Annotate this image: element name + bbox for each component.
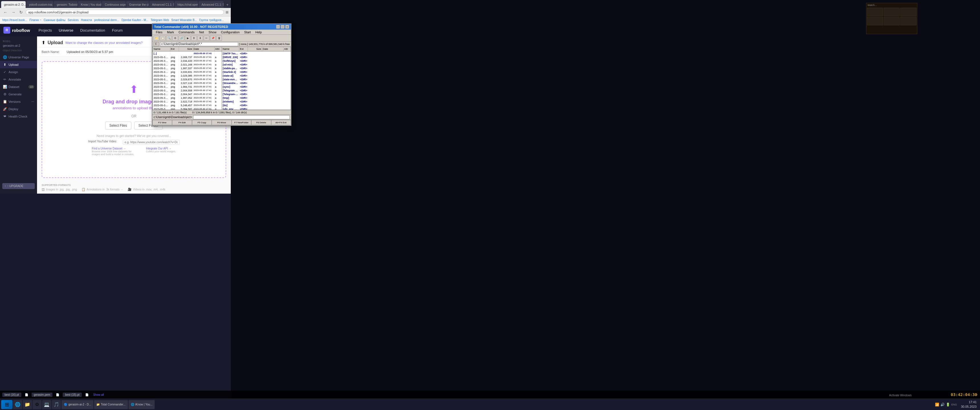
tc-left-drive[interactable]: C:	[154, 42, 159, 46]
forward-button[interactable]: →	[10, 10, 16, 15]
watch-thumb-3[interactable]	[867, 17, 883, 25]
nav-docs[interactable]: Documentation	[78, 27, 108, 33]
tc-left-col-name[interactable]: Name	[153, 47, 170, 51]
tc-right-col-ext[interactable]: Ext	[239, 47, 248, 51]
tc-right-col-attr[interactable]: Attr	[283, 47, 291, 51]
tc-menu-help[interactable]: Help	[253, 30, 264, 34]
refresh-button[interactable]: ↻	[18, 10, 24, 15]
tc-right-dir-row-3[interactable]: [sd-mix]<DIR>	[222, 63, 291, 66]
bookmark-6[interactable]: Djembe Kaufen - M...	[122, 19, 148, 22]
tc-tool-1[interactable]: 📋	[160, 36, 165, 41]
taskbar-tc-btn[interactable]: 📁 Total Commander...	[94, 400, 128, 409]
tc-menu-files[interactable]: Files	[154, 30, 165, 34]
tc-menu-net[interactable]: Net	[197, 30, 206, 34]
nav-projects[interactable]: Projects	[36, 27, 55, 33]
tc-minimize-button[interactable]: ─	[276, 25, 280, 29]
tc-tool-2[interactable]: 🔍	[166, 36, 172, 41]
tc-left-file-row-4[interactable]: 2023-05-30_17_41_56png1,997,3372023-05-3…	[153, 66, 222, 70]
youtube-input[interactable]	[123, 140, 180, 145]
sidebar-item-universe-page[interactable]: 🌐 Universe Page	[0, 54, 37, 61]
tc-left-file-row-15[interactable]: 2023-05-30_17_41_03png5,084,5872023-05-3…	[153, 107, 222, 110]
tc-right-dir-row-10[interactable]: [Telegram Desktop]<DIR>	[222, 89, 291, 92]
tc-close-button[interactable]: ×	[285, 25, 289, 29]
tc-left-file-row-0[interactable]: [..]2023-05-30 17:41	[153, 51, 222, 55]
watch-thumb-1[interactable]	[884, 8, 900, 16]
tc-fn5[interactable]: F5 Copy	[192, 120, 212, 125]
bookmark-5[interactable]: professional derm...	[94, 19, 119, 22]
tc-left-file-row-10[interactable]: 2023-05-30_17_41_10png2,004,5582023-05-3…	[153, 89, 222, 92]
tc-right-dir-row-5[interactable]: [Starlink 2]<DIR>	[222, 70, 291, 74]
watch-thumb-2[interactable]	[900, 8, 916, 16]
tray-network-icon[interactable]: 📶	[935, 403, 939, 407]
start-button[interactable]: ⊞	[1, 400, 13, 409]
notif-2[interactable]: best (15).pt	[63, 393, 82, 397]
tc-right-dir-row-11[interactable]: [Telegram-Pro.1.75]<DIR>	[222, 92, 291, 96]
tab-0[interactable]: gerasim-ai-2: D... ×	[1, 1, 25, 8]
tc-menu-show[interactable]: Show	[206, 30, 219, 34]
tc-cmd-input[interactable]	[193, 115, 290, 119]
tab-2[interactable]: gerasim: Todoist ×	[54, 1, 78, 8]
tc-left-file-row-6[interactable]: 2023-05-30_17_41_34png2,029,3852023-05-3…	[153, 74, 222, 78]
tray-volume-icon[interactable]: 🔊	[940, 403, 945, 407]
tc-right-col-size[interactable]: Size	[248, 47, 262, 51]
tc-right-col-name[interactable]: Name	[222, 47, 240, 51]
notif-0[interactable]: best (16).pt	[2, 393, 21, 397]
integrate-api-link[interactable]: Integrate Our API →	[146, 147, 172, 150]
tc-left-col-attr[interactable]: Attri	[215, 47, 222, 51]
universe-dataset-link[interactable]: Find a Universe Dataset →	[92, 147, 126, 150]
tc-right-dir-row-8[interactable]: [StreamDeck_v1.17.0]<DIR>	[222, 81, 291, 85]
tc-left-file-row-5[interactable]: 2023-05-30_17_41_15png2,033,9312023-05-3…	[153, 70, 222, 74]
tc-right-dir-row-13[interactable]: [trinkets]<DIR>	[222, 100, 291, 103]
tc-left-col-date[interactable]: Date	[193, 47, 215, 51]
tc-left-col-size[interactable]: Size	[179, 47, 193, 51]
tc-fn7[interactable]: F7 NewFolder	[232, 120, 251, 125]
extensions-icon[interactable]: ⊞	[226, 10, 229, 14]
tc-left-file-row-11[interactable]: 2023-05-30_17_41_08png2,004,3472023-05-3…	[153, 92, 222, 96]
tc-right-dir-row-9[interactable]: [sync]<DIR>	[222, 85, 291, 89]
tc-left-file-row-1[interactable]: 2023-05-30_17_41_19png2,008,7372023-05-3…	[153, 55, 222, 59]
tab-6[interactable]: Advanced C1.1: S...	[149, 1, 174, 8]
tc-tool-10[interactable]: 🗑	[216, 36, 222, 41]
tc-right-dir-row-1[interactable]: [DRIVE_235]<DIR>	[222, 55, 291, 59]
tc-right-dir-row-7[interactable]: [state-evn-all]<DIR>	[222, 78, 291, 81]
tc-menu-commands[interactable]: Commands	[177, 30, 197, 34]
rf-logo[interactable]: R roboflow	[3, 27, 30, 33]
bookmark-2[interactable]: Сканные файлы	[44, 19, 65, 22]
tc-left-file-row-13[interactable]: 2023-05-30_17_41_05png2,522,7182023-05-3…	[153, 100, 222, 103]
tc-left-path[interactable]: c:\Users\gmb\Downloads\pict\*.*	[160, 42, 238, 46]
taskbar-icon-2[interactable]: ⚙	[32, 400, 41, 409]
tab-4[interactable]: Continuous aspe...	[102, 1, 126, 8]
taskbar-icon-4[interactable]: 🎵	[52, 400, 61, 409]
tc-tool-3[interactable]: ⚙	[172, 36, 178, 41]
tab-5[interactable]: Grammar the ci...	[126, 1, 149, 8]
tc-fn6[interactable]: F6 Move	[212, 120, 231, 125]
taskbar-icon-3[interactable]: 💻	[42, 400, 51, 409]
bookmark-3[interactable]: Services	[68, 19, 79, 22]
taskbar-icon-0[interactable]: 🌐	[13, 400, 22, 409]
tc-tool-4[interactable]: 🔗	[179, 36, 184, 41]
watch-thumb-4[interactable]	[884, 17, 900, 25]
tc-left-file-row-8[interactable]: 2023-05-30_17_41_32png2,027,1162023-05-3…	[153, 81, 222, 85]
url-bar[interactable]: app.roboflow.com/rod1/gerasim-ai-2/uploa…	[25, 10, 224, 15]
sidebar-item-assign[interactable]: ✓ Assign	[0, 68, 37, 76]
tc-alt-fn4[interactable]: Alt+F4 Exit	[271, 120, 291, 125]
tc-right-dir-row-2[interactable]: [SoftKeys]<DIR>	[222, 59, 291, 63]
sidebar-item-upload[interactable]: ⬆ Upload	[0, 61, 37, 68]
tc-menu-start[interactable]: Start	[242, 30, 253, 34]
tc-left-col-ext[interactable]: Ext	[170, 47, 179, 51]
tc-fn4[interactable]: F4 Edit	[172, 120, 192, 125]
sidebar-item-annotate[interactable]: ✏ Annotate	[0, 76, 37, 83]
tc-left-file-row-2[interactable]: 2023-05-30_17_41_20png2,034,4332023-05-3…	[153, 59, 222, 63]
tc-menu-mark[interactable]: Mark	[165, 30, 176, 34]
watch-thumb-5[interactable]	[900, 17, 916, 25]
tc-tool-0[interactable]: 📁	[154, 36, 159, 41]
show-all-button[interactable]: Show all	[93, 393, 104, 396]
sidebar-item-health-check[interactable]: ❤ Health Check	[0, 113, 37, 120]
tc-tool-5[interactable]: ▶	[185, 36, 191, 41]
bookmark-1[interactable]: Плагин ~	[29, 19, 41, 22]
tab-3[interactable]: Know | You studi...	[78, 1, 102, 8]
watch-thumb-0[interactable]	[867, 8, 883, 16]
tc-right-dir-row-0[interactable]: [SMTP Test Tool v4]<DIR>	[222, 51, 291, 55]
bookmark-7[interactable]: Telegram Web	[151, 19, 169, 22]
bookmark-8[interactable]: Smart Wearable B...	[171, 19, 197, 22]
